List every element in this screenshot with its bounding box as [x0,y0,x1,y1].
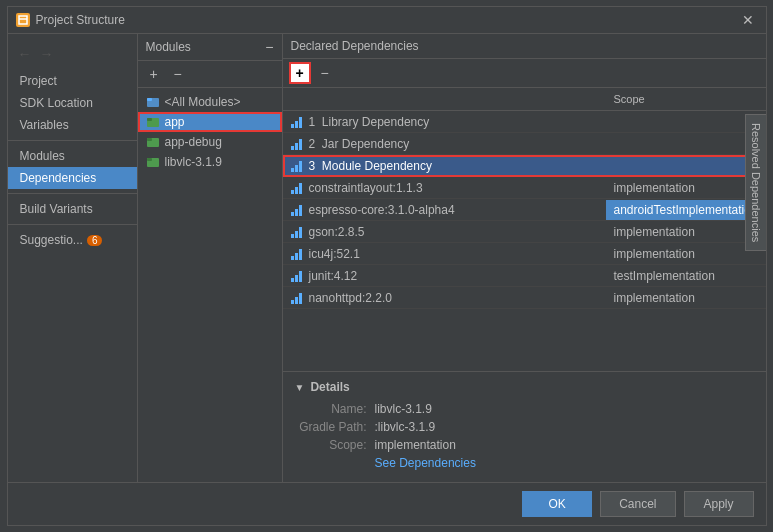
svg-rect-7 [147,138,152,141]
project-structure-dialog: Project Structure ✕ ← → Project SDK Loca… [7,6,767,526]
bottom-bar: OK Cancel Apply [8,482,766,525]
bar-icon-module [291,160,302,172]
resolved-deps-tab[interactable]: Resolved Dependencies [745,114,766,251]
details-link-spacer [295,456,375,470]
details-title-text: Details [310,380,349,394]
modules-title: Modules [146,40,191,54]
module-item-app-debug[interactable]: app-debug [138,132,282,152]
modules-collapse-btn[interactable]: − [265,39,273,55]
dep-name-espresso: espresso-core:3.1.0-alpha4 [283,200,606,220]
nav-arrows: ← → [8,42,137,70]
svg-rect-3 [147,98,152,101]
titlebar-left: Project Structure [16,13,125,27]
svg-rect-9 [147,158,152,161]
bar-icon-constraint [291,182,302,194]
module-item-app[interactable]: app [138,112,282,132]
sidebar-item-dependencies[interactable]: Dependencies [8,167,137,189]
sidebar-item-suggestions[interactable]: Suggestio... 6 [8,229,137,251]
dep-name-gson: gson:2.8.5 [283,222,606,242]
sidebar-item-build-variants[interactable]: Build Variants [8,198,137,220]
dep-scope-espresso: androidTestImplementation [606,200,766,220]
divider-1 [8,140,137,141]
dep-name-icu4j: icu4j:52.1 [283,244,606,264]
forward-arrow[interactable]: → [38,46,56,62]
apply-button[interactable]: Apply [684,491,754,517]
deps-title: Declared Dependencies [291,39,419,53]
details-name-row: Name: libvlc-3.1.9 [295,402,754,416]
dep-name-jar: 2 Jar Dependency [283,134,606,154]
details-scope-label: Scope: [295,438,375,452]
dialog-title: Project Structure [36,13,125,27]
dep-row-nanohttpd[interactable]: nanohttpd:2.2.0 implementation [283,287,766,309]
bar-icon-nanohttpd [291,292,302,304]
details-gradle-value: :libvlc-3.1.9 [375,420,436,434]
details-scope-value: implementation [375,438,456,452]
dep-row-module[interactable]: 3 Module Dependency [283,155,766,177]
dep-name-nanohttpd: nanohttpd:2.2.0 [283,288,606,308]
details-link-row: See Dependencies [295,456,754,470]
dep-scope-module [606,163,766,169]
svg-rect-5 [147,118,152,121]
details-name-value: libvlc-3.1.9 [375,402,432,416]
sidebar-item-modules[interactable]: Modules [8,145,137,167]
details-gradle-label: Gradle Path: [295,420,375,434]
modules-panel-header: Modules − [138,34,282,61]
divider-2 [8,193,137,194]
sidebar-item-project[interactable]: Project [8,70,137,92]
modules-toolbar: + − [138,61,282,88]
app-debug-icon [146,135,160,149]
bar-icon-junit [291,270,302,282]
dep-row-constraintlayout[interactable]: constraintlayout:1.1.3 implementation [283,177,766,199]
dep-name-junit: junit:4.12 [283,266,606,286]
close-button[interactable]: ✕ [738,12,758,28]
sidebar-item-variables[interactable]: Variables [8,114,137,136]
see-dependencies-link[interactable]: See Dependencies [375,456,476,470]
module-item-label: app [165,115,185,129]
main-content: ← → Project SDK Location Variables Modul… [8,34,766,482]
dep-name-constraintlayout: constraintlayout:1.1.3 [283,178,606,198]
col-scope-header: Scope [606,91,766,107]
bar-icon-icu4j [291,248,302,260]
suggestions-badge: 6 [87,235,103,246]
module-item-label: libvlc-3.1.9 [165,155,222,169]
all-modules-icon [146,95,160,109]
dep-row-junit[interactable]: junit:4.12 testImplementation [283,265,766,287]
deps-header: Declared Dependencies [283,34,766,59]
dialog-icon [16,13,30,27]
dep-scope-nanohttpd: implementation [606,288,766,308]
details-title-row: ▼ Details [295,380,754,394]
dep-name-lib: 1 Library Dependency [283,112,606,132]
dep-scope-icu4j: implementation [606,244,766,264]
back-arrow[interactable]: ← [16,46,34,62]
module-item-all-modules[interactable]: <All Modules> [138,92,282,112]
dep-row-icu4j[interactable]: icu4j:52.1 implementation [283,243,766,265]
deps-table-header: Scope [283,88,766,111]
dep-row-espresso[interactable]: espresso-core:3.1.0-alpha4 androidTestIm… [283,199,766,221]
module-item-label: <All Modules> [165,95,241,109]
sidebar-item-sdk-location[interactable]: SDK Location [8,92,137,114]
details-gradle-row: Gradle Path: :libvlc-3.1.9 [295,420,754,434]
deps-toolbar: + − [283,59,766,88]
svg-rect-0 [19,16,27,24]
modules-panel: Modules − + − <All Modules> [138,34,283,482]
app-icon [146,115,160,129]
modules-remove-btn[interactable]: − [168,64,188,84]
details-panel: ▼ Details Name: libvlc-3.1.9 Gradle Path… [283,371,766,482]
dep-name-module: 3 Module Dependency [283,156,606,176]
deps-remove-btn[interactable]: − [315,63,335,83]
module-item-libvlc[interactable]: libvlc-3.1.9 [138,152,282,172]
deps-add-btn[interactable]: + [289,62,311,84]
dep-scope-jar [606,141,766,147]
divider-3 [8,224,137,225]
ok-button[interactable]: OK [522,491,592,517]
module-item-label: app-debug [165,135,222,149]
modules-add-btn[interactable]: + [144,64,164,84]
dep-row-gson[interactable]: gson:2.8.5 implementation [283,221,766,243]
col-name-header [283,91,606,107]
cancel-button[interactable]: Cancel [600,491,675,517]
bar-icon-jar [291,138,302,150]
module-list: <All Modules> app [138,88,282,482]
dep-row-jar[interactable]: 2 Jar Dependency [283,133,766,155]
bar-icon-gson [291,226,302,238]
dep-row-lib[interactable]: 1 Library Dependency [283,111,766,133]
